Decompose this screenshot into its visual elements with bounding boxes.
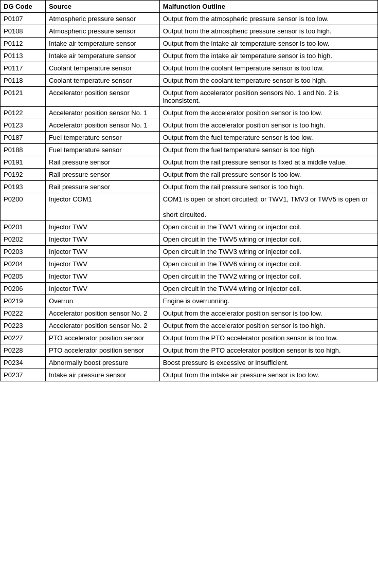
cell-dg-code: P0121 [1, 87, 46, 107]
cell-dg-code: P0117 [1, 62, 46, 75]
table-row: P0107Atmospheric pressure sensorOutput f… [1, 13, 378, 25]
cell-malfunction: Output from the rail pressure sensor is … [159, 181, 377, 193]
cell-dg-code: P0203 [1, 246, 46, 258]
cell-source: Accelerator position sensor No. 2 [45, 320, 159, 332]
cell-dg-code: P0237 [1, 369, 46, 381]
table-row: P0187Fuel temperature sensorOutput from … [1, 132, 378, 144]
cell-dg-code: P0193 [1, 181, 46, 193]
table-row: P0188Fuel temperature sensorOutput from … [1, 144, 378, 156]
cell-malfunction: Output from the coolant temperature sens… [159, 75, 377, 87]
cell-dg-code: P0107 [1, 13, 46, 25]
cell-source: Injector TWV [45, 246, 159, 258]
table-row: P0234Abnormally boost pressureBoost pres… [1, 357, 378, 369]
cell-malfunction: Output from the coolant temperature sens… [159, 62, 377, 75]
cell-malfunction: Open circuit in the TWV3 wiring or injec… [159, 246, 377, 258]
cell-dg-code: P0201 [1, 221, 46, 233]
table-row: P0122Accelerator position sensor No. 1Ou… [1, 107, 378, 119]
header-source: Source [45, 1, 159, 13]
cell-source: Abnormally boost pressure [45, 357, 159, 369]
cell-source: Accelerator position sensor No. 2 [45, 307, 159, 320]
cell-dg-code: P0187 [1, 132, 46, 144]
cell-dg-code: P0123 [1, 119, 46, 132]
cell-source: PTO accelerator position sensor [45, 332, 159, 344]
table-row: P0123Accelerator position sensor No. 1Ou… [1, 119, 378, 132]
cell-malfunction: Output from the intake air temperature s… [159, 50, 377, 62]
cell-source: Injector TWV [45, 270, 159, 283]
cell-malfunction: Output from the accelerator position sen… [159, 107, 377, 119]
cell-dg-code: P0113 [1, 50, 46, 62]
cell-malfunction: Boost pressure is excessive or insuffici… [159, 357, 377, 369]
cell-source: Intake air temperature sensor [45, 38, 159, 50]
cell-malfunction: Open circuit in the TWV1 wiring or injec… [159, 221, 377, 233]
table-row: P0228PTO accelerator position sensorOutp… [1, 344, 378, 357]
cell-dg-code: P0206 [1, 283, 46, 295]
cell-malfunction: Output from the intake air pressure sens… [159, 369, 377, 381]
cell-malfunction: Output from the PTO accelerator position… [159, 344, 377, 357]
table-row: P0206Injector TWVOpen circuit in the TWV… [1, 283, 378, 295]
cell-source: Intake air temperature sensor [45, 50, 159, 62]
cell-malfunction: Open circuit in the TWV6 wiring or injec… [159, 258, 377, 270]
table-row: P0121Accelerator position sensorOutput f… [1, 87, 378, 107]
cell-dg-code: P0191 [1, 156, 46, 169]
cell-malfunction: Output from the fuel temperature sensor … [159, 144, 377, 156]
table-row: P0202Injector TWVOpen circuit in the TWV… [1, 233, 378, 246]
cell-malfunction: Output from the accelerator position sen… [159, 307, 377, 320]
cell-malfunction: Output from the rail pressure sensor is … [159, 156, 377, 169]
cell-dg-code: P0118 [1, 75, 46, 87]
cell-malfunction: COM1 is open or short circuited; or TWV1… [159, 193, 377, 221]
cell-source: Atmospheric pressure sensor [45, 13, 159, 25]
cell-malfunction: Output from the accelerator position sen… [159, 119, 377, 132]
table-row: P0205Injector TWVOpen circuit in the TWV… [1, 270, 378, 283]
cell-malfunction: Open circuit in the TWV4 wiring or injec… [159, 283, 377, 295]
cell-source: Injector TWV [45, 258, 159, 270]
header-malfunction: Malfunction Outline [159, 1, 377, 13]
cell-dg-code: P0112 [1, 38, 46, 50]
table-row: P0200Injector COM1COM1 is open or short … [1, 193, 378, 221]
cell-malfunction: Output from the rail pressure sensor is … [159, 169, 377, 181]
table-row: P0223Accelerator position sensor No. 2Ou… [1, 320, 378, 332]
cell-malfunction: Output from the atmospheric pressure sen… [159, 25, 377, 38]
table-row: P0117Coolant temperature sensorOutput fr… [1, 62, 378, 75]
cell-source: Injector TWV [45, 283, 159, 295]
cell-malfunction: Output from the atmospheric pressure sen… [159, 13, 377, 25]
cell-source: Injector TWV [45, 221, 159, 233]
cell-dg-code: P0192 [1, 169, 46, 181]
cell-malfunction: Output from accelerator position sensors… [159, 87, 377, 107]
table-row: P0222Accelerator position sensor No. 2Ou… [1, 307, 378, 320]
cell-malfunction: Output from the PTO accelerator position… [159, 332, 377, 344]
cell-source: Rail pressure sensor [45, 169, 159, 181]
cell-source: Rail pressure sensor [45, 181, 159, 193]
cell-source: Injector COM1 [45, 193, 159, 221]
table-row: P0191Rail pressure sensorOutput from the… [1, 156, 378, 169]
table-row: P0192Rail pressure sensorOutput from the… [1, 169, 378, 181]
cell-source: Atmospheric pressure sensor [45, 25, 159, 38]
cell-source: Fuel temperature sensor [45, 132, 159, 144]
cell-source: Accelerator position sensor [45, 87, 159, 107]
table-row: P0203Injector TWVOpen circuit in the TWV… [1, 246, 378, 258]
cell-malfunction: Open circuit in the TWV2 wiring or injec… [159, 270, 377, 283]
cell-malfunction: Output from the fuel temperature sensor … [159, 132, 377, 144]
table-row: P0108Atmospheric pressure sensorOutput f… [1, 25, 378, 38]
cell-dg-code: P0228 [1, 344, 46, 357]
header-dg-code: DG Code [1, 1, 46, 13]
cell-source: Fuel temperature sensor [45, 144, 159, 156]
cell-dg-code: P0219 [1, 295, 46, 307]
cell-dg-code: P0204 [1, 258, 46, 270]
table-row: P0227PTO accelerator position sensorOutp… [1, 332, 378, 344]
cell-source: PTO accelerator position sensor [45, 344, 159, 357]
cell-dg-code: P0122 [1, 107, 46, 119]
cell-source: Accelerator position sensor No. 1 [45, 107, 159, 119]
table-row: P0201Injector TWVOpen circuit in the TWV… [1, 221, 378, 233]
cell-dg-code: P0188 [1, 144, 46, 156]
cell-malfunction: Output from the accelerator position sen… [159, 320, 377, 332]
cell-dg-code: P0202 [1, 233, 46, 246]
cell-dg-code: P0223 [1, 320, 46, 332]
cell-dg-code: P0227 [1, 332, 46, 344]
table-row: P0193Rail pressure sensorOutput from the… [1, 181, 378, 193]
table-row: P0112Intake air temperature sensorOutput… [1, 38, 378, 50]
cell-malfunction: Output from the intake air temperature s… [159, 38, 377, 50]
cell-source: Accelerator position sensor No. 1 [45, 119, 159, 132]
cell-malfunction: Open circuit in the TWV5 wiring or injec… [159, 233, 377, 246]
cell-source: Rail pressure sensor [45, 156, 159, 169]
cell-dg-code: P0205 [1, 270, 46, 283]
